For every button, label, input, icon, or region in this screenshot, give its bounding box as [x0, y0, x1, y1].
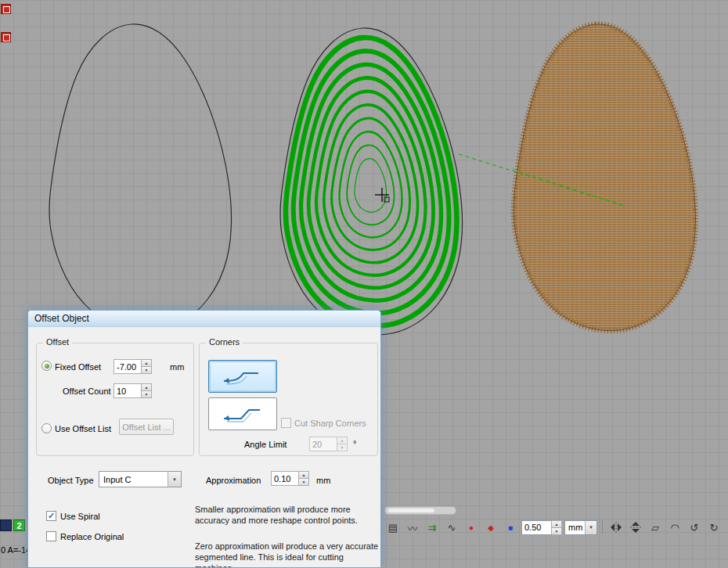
blue-square-icon[interactable]: ■ [502, 519, 519, 536]
fixed-offset-label: Fixed Offset [55, 362, 101, 372]
offset-group-label: Offset [43, 337, 72, 347]
angle-limit-spinner: ▲ ▼ [309, 437, 348, 451]
offset-list-button: Offset List ... [119, 419, 174, 435]
angle-limit-unit: ° [353, 439, 356, 448]
spin-up-button[interactable]: ▲ [551, 520, 562, 528]
sharp-corner-icon [219, 404, 266, 424]
status-readout: 0 A=-14 [1, 545, 31, 555]
approximation-label: Approximation [206, 476, 261, 485]
use-spiral-checkbox[interactable]: ✓ [46, 511, 56, 521]
rotate-ccw-icon[interactable]: ↺ [686, 519, 703, 536]
rotate-cw-icon[interactable]: ↻ [705, 519, 723, 536]
crosshair-cursor [375, 188, 389, 202]
units-dropdown[interactable]: mm ▼ [564, 520, 597, 535]
outline-shape[interactable] [49, 24, 231, 331]
palette-color-1[interactable] [0, 519, 12, 531]
scrollbar-thumb[interactable] [387, 509, 434, 512]
object-type-dropdown[interactable]: Input C ▼ [99, 471, 182, 487]
stitched-shape[interactable] [514, 24, 695, 331]
spin-down-button[interactable]: ▼ [551, 528, 562, 535]
use-spiral-label: Use Spiral [60, 512, 100, 521]
stitch-width-input[interactable] [521, 520, 551, 535]
spin-down-button[interactable]: ▼ [298, 479, 309, 486]
units-value: mm [565, 523, 585, 532]
object-type-label: Object Type [48, 476, 94, 485]
red-tool-icon[interactable] [1, 4, 11, 14]
cut-sharp-corners-label: Cut Sharp Corners [294, 419, 366, 428]
fixed-offset-spinner[interactable]: ▲ ▼ [114, 359, 152, 374]
spiral-offset-shape[interactable] [280, 28, 462, 335]
dialog-title: Offset Object [34, 313, 89, 324]
approximation-note: Smaller approximation will produce more … [195, 504, 379, 526]
color-palette: 2 [0, 519, 25, 531]
object-type-value: Input C [99, 475, 168, 484]
replace-original-label: Replace Original [60, 532, 124, 541]
dialog-titlebar[interactable]: Offset Object [28, 311, 380, 327]
round-corner-icon [219, 366, 266, 386]
red-dot-icon[interactable]: ● [463, 519, 480, 536]
spin-down-button: ▼ [337, 444, 348, 451]
fixed-offset-input[interactable] [114, 359, 141, 374]
offset-count-input[interactable] [114, 383, 141, 398]
sharp-corner-button[interactable] [208, 397, 277, 430]
spin-down-button[interactable]: ▼ [141, 391, 152, 398]
spin-down-button[interactable]: ▼ [141, 367, 152, 374]
fixed-offset-radio[interactable] [41, 361, 52, 371]
offset-count-spinner[interactable]: ▲ ▼ [114, 383, 152, 398]
replace-original-checkbox[interactable]: ✓ [46, 531, 56, 541]
approximation-input[interactable] [271, 471, 298, 486]
spin-up-button[interactable]: ▲ [141, 359, 152, 367]
offset-object-dialog: Offset Object Offset Fixed Offset ▲ ▼ mm… [27, 310, 381, 568]
arc-icon[interactable]: ◠ [666, 519, 683, 536]
angle-limit-input [309, 437, 337, 451]
palette-color-2-badge[interactable]: 2 [13, 519, 25, 531]
spin-up-button[interactable]: ▲ [141, 383, 152, 391]
use-offset-list-radio[interactable] [41, 423, 52, 433]
corners-group-label: Corners [206, 337, 243, 347]
approximation-spinner[interactable]: ▲ ▼ [271, 471, 309, 486]
bottom-toolbar: ▤ 〰 ⇉ ∿ ● ◆ ■ ▲ ▼ mm ▼ [384, 518, 723, 537]
approximation-unit: mm [316, 476, 330, 485]
hatch-fill-icon[interactable]: ▤ [384, 519, 402, 536]
spin-up-button[interactable]: ▲ [298, 471, 309, 479]
offset-count-label: Offset Count [63, 386, 111, 396]
zigzag-stitch-icon[interactable]: 〰 [404, 519, 421, 536]
toolbar-separator [602, 520, 603, 534]
red-diamond-icon[interactable]: ◆ [482, 519, 499, 536]
red-tool-icon-2[interactable] [1, 32, 11, 42]
mirror-horizontal-icon[interactable] [607, 519, 625, 536]
zero-approximation-note: Zero approximation will produce a very a… [195, 541, 379, 568]
corners-group: Corners ✓ Cut Sharp Corners Angle Limit [199, 343, 378, 456]
fixed-offset-unit: mm [170, 362, 184, 372]
wave-stitch-icon[interactable]: ∿ [443, 519, 460, 536]
horizontal-scrollbar[interactable] [384, 506, 456, 515]
stitch-width-spinner[interactable]: ▲ ▼ [521, 520, 562, 535]
run-stitch-icon[interactable]: ⇉ [423, 519, 441, 536]
angle-limit-label: Angle Limit [244, 440, 287, 449]
application-canvas[interactable]: ▤ 〰 ⇉ ∿ ● ◆ ■ ▲ ▼ mm ▼ [0, 0, 728, 568]
dropdown-arrow-icon[interactable]: ▼ [585, 521, 596, 534]
spin-up-button: ▲ [337, 437, 348, 444]
dropdown-arrow-icon[interactable]: ▼ [168, 472, 181, 487]
offset-group: Offset Fixed Offset ▲ ▼ mm Offset Count … [36, 343, 194, 456]
cut-sharp-corners-checkbox: ✓ [281, 418, 291, 428]
skew-icon[interactable]: ▱ [647, 519, 664, 536]
round-corner-button[interactable] [208, 360, 277, 393]
use-offset-list-label: Use Offset List [55, 424, 111, 433]
mirror-vertical-icon[interactable] [627, 519, 644, 536]
